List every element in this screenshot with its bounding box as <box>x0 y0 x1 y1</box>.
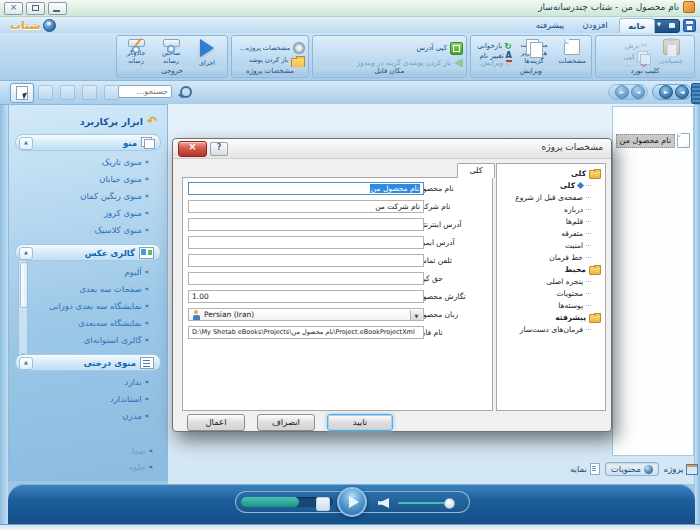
tree-group-general[interactable]: کلی <box>501 167 601 179</box>
close-icon[interactable] <box>4 2 23 15</box>
sidebar-item-3d-exhibit[interactable]: نمایشگاه سه‌بعدی <box>17 318 149 328</box>
sidebar-item-rainbow-menu[interactable]: منوی رنگین کمان <box>17 191 149 201</box>
index-tab-icon <box>590 463 600 475</box>
tab-index[interactable]: نمایه <box>570 463 600 475</box>
speaker-icon[interactable] <box>378 498 389 508</box>
cut-button[interactable]: برش <box>622 41 648 50</box>
refresh-button[interactable]: بازخوانی <box>474 41 512 50</box>
stop-icon[interactable] <box>316 497 330 511</box>
tree-item-security[interactable]: امنیت <box>501 239 601 251</box>
sidebar-scrollbar[interactable]: ▲ ▼ <box>18 252 28 360</box>
copyright-field[interactable] <box>188 272 424 285</box>
tab-home[interactable]: خانه <box>619 18 655 33</box>
dialog-titlebar: مشخصات پروژه <box>173 139 611 159</box>
scrollbar-thumb[interactable] <box>20 262 28 308</box>
tool-icon-1[interactable] <box>38 85 53 100</box>
tree-connector <box>586 233 591 234</box>
minimize-icon[interactable] <box>48 2 67 15</box>
copy-address-button[interactable]: کپی آدرس <box>316 42 463 54</box>
run-project-icon <box>200 39 214 57</box>
search-input[interactable] <box>118 85 172 98</box>
sidebar-item-modern[interactable]: مدرن <box>17 411 149 421</box>
tree-item-custom-commands[interactable]: فرمان‌های دست‌ساز <box>501 323 601 335</box>
tree-item-general[interactable]: کلی <box>501 179 601 191</box>
tree-item-command-line[interactable]: خط فرمان <box>501 251 601 263</box>
product-name-field[interactable]: نام محصول من <box>188 182 424 195</box>
quick-access-dropdown[interactable] <box>652 19 680 33</box>
email-field[interactable] <box>188 236 424 249</box>
select-tool-button[interactable] <box>10 83 34 103</box>
sidebar-item-classic-menu[interactable]: منوی کلاسیک <box>17 225 149 235</box>
apply-button[interactable]: اعمال <box>187 414 245 431</box>
tree-group-advanced[interactable]: پیشرفته <box>501 311 601 323</box>
tree-item-contents[interactable]: محتویات <box>501 287 601 299</box>
dialog-help-icon[interactable] <box>210 142 228 156</box>
tree-group-environment[interactable]: محیط <box>501 263 601 275</box>
sidebar-section-gallery[interactable]: گالری عکس <box>15 244 161 261</box>
paste-button[interactable]: چسباندن <box>651 38 691 66</box>
back-icon[interactable] <box>631 85 645 99</box>
forward-icon[interactable] <box>615 85 629 99</box>
filename-field[interactable]: D:\My Shetab eBooks\Projects\نام محصول م… <box>188 326 424 339</box>
sidebar-item-album[interactable]: آلبوم <box>17 267 149 277</box>
tree-item-skins[interactable]: پوسته‌ها <box>501 299 601 311</box>
sidebar-item-dark-menu[interactable]: منوی تاریک <box>17 157 149 167</box>
sidebar-item-3d-pages[interactable]: صفحات سه بعدی <box>17 284 149 294</box>
sidebar-item-standard[interactable]: استاندارد <box>17 394 149 404</box>
phone-field[interactable] <box>188 254 424 267</box>
tab-project[interactable]: پروژه <box>664 464 699 475</box>
cancel-button[interactable]: انصراف <box>257 414 315 431</box>
tree-item-prestart-page[interactable]: صفحه‌ی قبل از شروع <box>501 191 601 203</box>
collapse-icon[interactable] <box>19 137 33 150</box>
company-name-field[interactable]: نام شرکت من <box>188 200 424 213</box>
properties-all-button[interactable]: مشخصات همه‌ی زیر گزینه‌ها <box>515 38 553 66</box>
nav-forward-icon[interactable] <box>659 85 673 99</box>
tab-add[interactable]: افزودن <box>576 18 614 33</box>
dropdown-arrow-icon[interactable] <box>410 310 422 320</box>
volume-knob[interactable] <box>444 498 455 509</box>
sidebar-item-cruise-menu[interactable]: منوی کروز <box>17 208 149 218</box>
media-wizard-button[interactable]: جادوگر رسانه <box>120 38 152 66</box>
item-bullet-icon <box>149 447 153 455</box>
build-media-button[interactable]: ساختن رسانه <box>155 38 187 66</box>
tree-item-main-window[interactable]: پنجره اصلی <box>501 275 601 287</box>
run-project-button[interactable]: اجرای پروژه <box>190 38 224 66</box>
sidebar-item-effect[interactable]: جلوه <box>23 462 153 472</box>
collapse-icon[interactable] <box>19 247 33 260</box>
nav-back-icon[interactable] <box>675 85 689 99</box>
language-select[interactable]: Persian (Iran) <box>188 308 424 321</box>
ok-button[interactable]: تایید <box>327 414 393 431</box>
sidebar-section-menu[interactable]: منو <box>15 134 161 151</box>
play-button[interactable] <box>337 487 367 517</box>
tab-advanced[interactable]: پیشرفته <box>526 18 574 33</box>
sidebar-item-sound[interactable]: صدا <box>23 446 153 456</box>
volume-slider[interactable] <box>398 502 448 504</box>
tool-icon-2[interactable] <box>60 85 75 100</box>
item-bullet-icon <box>145 192 149 200</box>
sidebar-item-street-menu[interactable]: منوی خیابان <box>17 174 149 184</box>
dialog-tab-general[interactable]: کلی <box>457 163 495 178</box>
sidebar-section-tree-menu[interactable]: منوی درختی <box>15 354 161 371</box>
project-tree-item[interactable]: نام محصول من <box>616 133 690 148</box>
version-field[interactable]: 1.00 <box>188 290 424 303</box>
panel-toggle-icon[interactable] <box>691 83 700 104</box>
sidebar-item-cylindrical-gallery[interactable]: گالری استوانه‌ای <box>17 335 149 345</box>
sidebar-item-none[interactable]: ندارد <box>17 377 149 387</box>
sidebar-item-3d-rotating-exhibit[interactable]: نمایشگاه سه بعدی دورانی <box>17 301 149 311</box>
tool-icon-3[interactable] <box>82 85 97 100</box>
copy-button[interactable]: کپی <box>622 52 648 61</box>
tree-item-fonts[interactable]: قلم‌ها <box>501 215 601 227</box>
save-icon[interactable] <box>683 19 696 32</box>
properties-button[interactable]: مشخصات <box>556 38 588 66</box>
website-field[interactable] <box>188 218 424 231</box>
tree-item-misc[interactable]: متفرقه <box>501 227 601 239</box>
tool-icon-4[interactable] <box>104 85 119 100</box>
tree-connector <box>586 245 591 246</box>
project-properties-button[interactable]: مشخصات پروژه... <box>235 42 305 54</box>
tree-item-about[interactable]: درباره <box>501 203 601 215</box>
maximize-icon[interactable] <box>26 2 45 15</box>
tab-contents[interactable]: محتویات <box>605 462 659 476</box>
collapse-icon[interactable] <box>19 357 33 370</box>
filename-label: نام فایل: <box>415 328 487 337</box>
dialog-close-icon[interactable] <box>178 141 207 157</box>
